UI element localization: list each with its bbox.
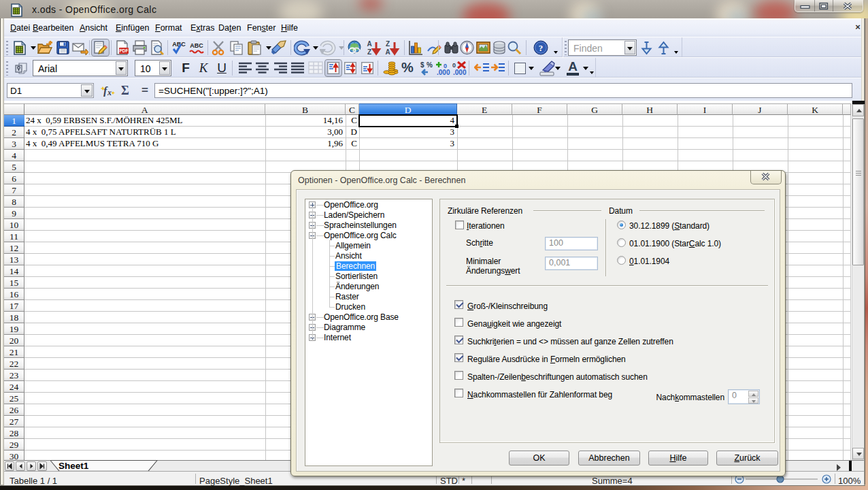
svg-text:Z: Z <box>367 48 371 56</box>
svg-text:.000: .000 <box>453 69 467 76</box>
svg-text:0: 0 <box>452 62 456 69</box>
svg-text:PDF: PDF <box>120 48 129 53</box>
svg-text:.000: .000 <box>437 69 450 76</box>
svg-text:ABC: ABC <box>190 42 203 49</box>
svg-text:%: % <box>427 61 433 69</box>
svg-text:Z: Z <box>386 40 390 48</box>
svg-text:A: A <box>367 40 371 48</box>
svg-text:x: x <box>107 88 112 97</box>
svg-text:?: ? <box>539 43 544 53</box>
svg-text:A: A <box>385 48 390 56</box>
svg-text:$: $ <box>420 61 424 69</box>
svg-text:Sheet1: Sheet1 <box>59 461 89 471</box>
